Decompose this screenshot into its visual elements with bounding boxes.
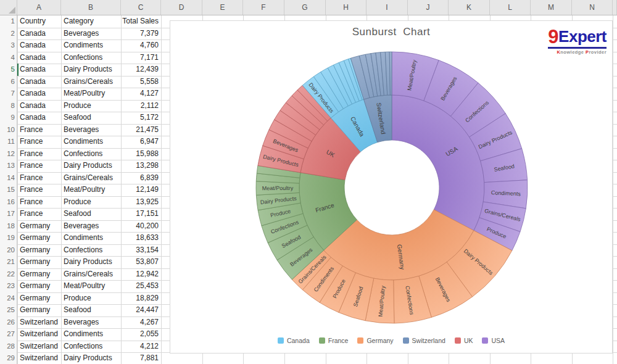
cell-B8[interactable]: Produce [61,100,121,112]
column-header-N[interactable]: N [572,0,613,15]
row-header-3[interactable]: 3 [0,41,15,49]
row-header-26[interactable]: 26 [0,318,15,326]
cell-C3[interactable]: 4,760 [121,39,161,52]
cell-A13[interactable]: France [17,160,61,172]
cell-C24[interactable]: 18,829 [121,292,161,305]
cell-C26[interactable]: 4,267 [121,316,161,329]
cell-C21[interactable]: 53,807 [121,256,161,268]
column-header-M[interactable]: M [531,0,572,15]
row-header-11[interactable]: 11 [0,138,15,145]
row-header-2[interactable]: 2 [0,30,15,37]
column-header-G[interactable]: G [284,0,326,15]
cell-C14[interactable]: 6,839 [121,172,161,184]
cell-A25[interactable]: Germany [17,304,61,316]
cell-A3[interactable]: Canada [17,39,61,52]
cell-C19[interactable]: 18,633 [121,232,161,244]
cell-C12[interactable]: 15,988 [121,148,161,160]
cell-A6[interactable]: Canada [17,76,61,88]
cell-A14[interactable]: France [17,172,61,184]
row-header-22[interactable]: 22 [0,270,15,278]
cell-A15[interactable]: France [17,184,61,196]
cell-B10[interactable]: Beverages [61,124,121,136]
row-header-27[interactable]: 27 [0,330,15,337]
cell-B1[interactable]: Category [61,15,121,28]
cell-A19[interactable]: Germany [17,232,61,244]
cell-C5[interactable]: 12,439 [121,64,161,76]
cell-A7[interactable]: Canada [17,88,61,100]
cell-C9[interactable]: 5,172 [121,112,161,124]
cell-C1[interactable]: Total Sales [121,15,161,28]
column-header-I[interactable]: I [366,0,408,15]
column-header-F[interactable]: F [243,0,284,15]
cell-A12[interactable]: France [17,148,61,160]
column-header-B[interactable]: B [61,0,121,15]
row-header-10[interactable]: 10 [0,126,15,133]
legend-item-switzerland[interactable]: Switzerland [403,337,445,344]
cell-B15[interactable]: Meat/Poultry [61,184,121,196]
cell-B11[interactable]: Condiments [61,136,121,148]
cell-A9[interactable]: Canada [17,112,61,124]
cell-A24[interactable]: Germany [17,292,61,305]
cell-C13[interactable]: 13,298 [121,160,161,172]
cell-B20[interactable]: Confections [61,244,121,257]
cell-B29[interactable]: Dairy Products [61,352,121,364]
cell-A22[interactable]: Germany [17,268,61,281]
cell-B5[interactable]: Dairy Products [61,64,121,76]
cell-A5[interactable]: Canada [17,64,61,76]
row-header-5[interactable]: 5 [0,65,15,73]
legend-item-uk[interactable]: UK [455,337,473,344]
cell-B28[interactable]: Confections [61,341,121,353]
row-header-24[interactable]: 24 [0,294,15,302]
row-header-6[interactable]: 6 [0,78,15,85]
cell-A26[interactable]: Switzerland [17,316,61,329]
cell-C16[interactable]: 13,925 [121,196,161,209]
sunburst-chart-panel[interactable]: Sunburst Chart 9Expert Knowledge Provide… [170,20,613,354]
column-header-J[interactable]: J [408,0,449,15]
cell-C15[interactable]: 12,149 [121,184,161,196]
row-header-16[interactable]: 16 [0,198,15,205]
cell-B23[interactable]: Meat/Poultry [61,280,121,292]
cell-B13[interactable]: Dairy Products [61,160,121,172]
column-header-partial[interactable] [613,0,617,15]
select-all-corner[interactable] [0,0,17,15]
row-header-1[interactable]: 1 [0,17,15,25]
cell-B27[interactable]: Condiments [61,328,121,341]
row-header-21[interactable]: 21 [0,258,15,265]
row-header-23[interactable]: 23 [0,282,15,289]
cell-B24[interactable]: Produce [61,292,121,305]
cell-B7[interactable]: Meat/Poultry [61,88,121,100]
cell-C11[interactable]: 6,947 [121,136,161,148]
row-header-19[interactable]: 19 [0,234,15,241]
cell-A4[interactable]: Canada [17,52,61,64]
row-header-7[interactable]: 7 [0,89,15,97]
cell-C22[interactable]: 12,942 [121,268,161,281]
cell-A8[interactable]: Canada [17,100,61,112]
cell-A1[interactable]: Country [17,15,61,28]
legend-item-germany[interactable]: Germany [357,337,393,344]
cell-C27[interactable]: 2,055 [121,328,161,341]
column-header-H[interactable]: H [326,0,366,15]
legend-item-france[interactable]: France [319,337,349,344]
cell-A29[interactable]: Switzerland [17,352,61,364]
cell-B26[interactable]: Beverages [61,316,121,329]
row-header-20[interactable]: 20 [0,246,15,254]
cell-B18[interactable]: Beverages [61,220,121,233]
row-header-29[interactable]: 29 [0,354,15,362]
row-header-14[interactable]: 14 [0,174,15,181]
cell-A16[interactable]: France [17,196,61,209]
row-header-9[interactable]: 9 [0,114,15,121]
row-header-17[interactable]: 17 [0,210,15,217]
cell-A27[interactable]: Switzerland [17,328,61,341]
cell-B4[interactable]: Confections [61,52,121,64]
cell-B16[interactable]: Produce [61,196,121,209]
cell-C6[interactable]: 5,558 [121,76,161,88]
cell-A17[interactable]: France [17,208,61,220]
cell-B3[interactable]: Condiments [61,39,121,52]
cell-B9[interactable]: Seafood [61,112,121,124]
cell-B22[interactable]: Grains/Cereals [61,268,121,281]
row-header-25[interactable]: 25 [0,306,15,313]
cell-C28[interactable]: 4,212 [121,341,161,353]
cell-A10[interactable]: France [17,124,61,136]
cell-B2[interactable]: Beverages [61,28,121,40]
cell-B14[interactable]: Grains/Cereals [61,172,121,184]
